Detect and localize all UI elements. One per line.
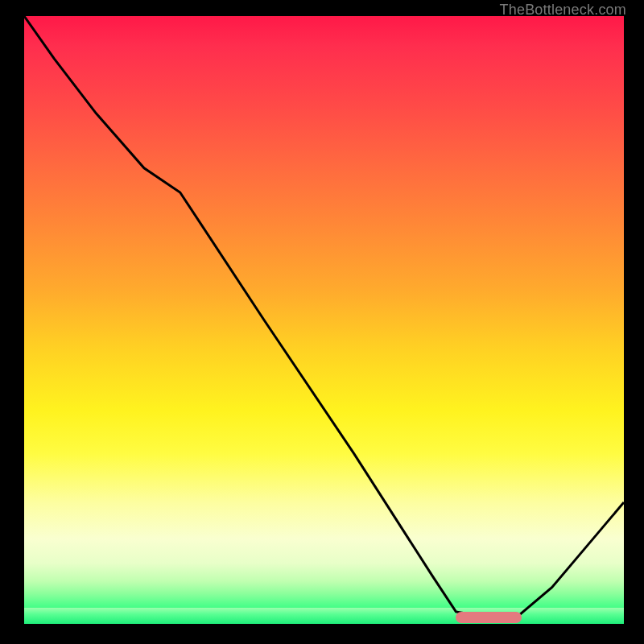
- optimum-marker: [456, 612, 522, 623]
- bottleneck-curve: [24, 16, 624, 624]
- chart-plot-area: [24, 16, 624, 624]
